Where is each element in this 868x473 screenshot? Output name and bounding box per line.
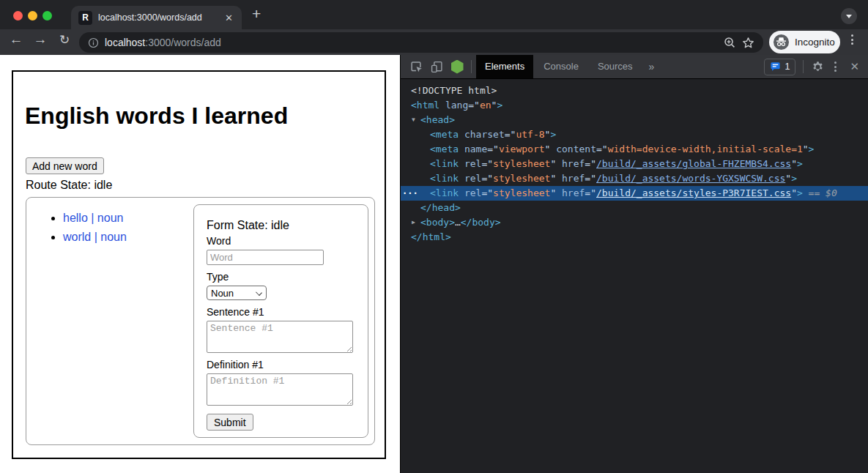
submit-button[interactable]: Submit <box>207 414 253 431</box>
tab-elements[interactable]: Elements <box>476 55 533 78</box>
code-token-eq: =" <box>596 144 608 154</box>
code-token-eq: " <box>785 173 791 184</box>
tab-console[interactable]: Console <box>535 55 587 78</box>
code-token-link: /build/_assets/global-FHZEMBS4.css <box>596 158 791 169</box>
reload-button[interactable]: ↻ <box>56 33 73 47</box>
code-token-attr: href <box>556 158 585 169</box>
incognito-icon <box>773 34 790 51</box>
page-title: English words I learned <box>25 103 385 129</box>
word-field-label: Word <box>207 235 356 247</box>
zoom-page-icon[interactable] <box>724 37 736 49</box>
code-token-value: en <box>480 100 492 111</box>
word-list: hello | noun world | noun <box>47 211 127 249</box>
code-token-value: stylesheet <box>493 173 550 184</box>
code-token-attr: rel <box>459 173 481 184</box>
new-tab-button[interactable]: + <box>252 5 261 23</box>
devtools-close-icon[interactable]: ✕ <box>844 60 864 73</box>
web-page: English words I learned Add new word Rou… <box>0 55 400 473</box>
code-token-eq: =" <box>585 187 596 198</box>
type-field-label: Type <box>207 271 356 283</box>
code-token-plain: … <box>455 217 461 228</box>
code-line[interactable]: <html lang="en"> <box>401 98 868 113</box>
code-token-attr: rel <box>459 187 481 198</box>
page-info-icon[interactable] <box>88 37 99 48</box>
code-token-tag: <body> <box>420 217 455 228</box>
issues-counter[interactable]: 1 <box>764 59 795 75</box>
browser-tab[interactable]: R localhost:3000/words/add ✕ <box>71 6 242 29</box>
definition-textarea[interactable] <box>207 373 353 406</box>
code-token-tag: > <box>809 144 815 154</box>
sentence-textarea[interactable] <box>207 321 353 353</box>
browser-menu-icon[interactable] <box>851 34 853 45</box>
code-token-attr: content <box>550 144 596 154</box>
code-token-tag: </head> <box>420 202 461 213</box>
definition-field-label: Definition #1 <box>207 359 356 371</box>
code-line[interactable]: <link rel="stylesheet" href="/build/_ass… <box>401 157 868 171</box>
code-line[interactable]: </head> <box>401 201 868 215</box>
code-line[interactable]: <link rel="stylesheet" href="/build/_ass… <box>401 171 868 186</box>
code-line[interactable]: ▶<body>…</body> <box>401 215 868 230</box>
issues-bubble-icon <box>770 62 781 72</box>
code-token-eq: " <box>791 158 797 169</box>
code-token-tag: </html> <box>411 231 451 242</box>
word-link[interactable]: hello | noun <box>63 212 123 224</box>
add-new-word-button[interactable]: Add new word <box>26 157 104 174</box>
code-token-value: viewport <box>499 144 545 154</box>
more-tabs-icon[interactable]: » <box>643 61 661 72</box>
code-line[interactable]: </html> <box>401 230 868 245</box>
window-zoom-button[interactable] <box>42 11 52 21</box>
code-token-tag: </body> <box>461 217 501 228</box>
extension-hexagon-icon[interactable] <box>448 57 467 76</box>
incognito-label: Incognito <box>795 37 835 48</box>
select-chevron-icon <box>256 289 262 296</box>
code-line[interactable]: ···<link rel="stylesheet" href="/build/_… <box>401 186 868 201</box>
code-token-attr: charset <box>459 129 505 140</box>
devtools-settings-icon[interactable] <box>808 57 827 76</box>
incognito-badge: Incognito <box>769 31 840 53</box>
code-token-eq: =" <box>585 158 596 169</box>
code-token-tag: > <box>797 158 803 169</box>
expanded-arrow-icon[interactable]: ▼ <box>412 113 415 127</box>
tab-close-icon[interactable]: ✕ <box>223 12 234 23</box>
forward-button[interactable]: → <box>31 32 49 46</box>
device-toolbar-icon[interactable] <box>427 57 446 76</box>
code-token-plain: <!DOCTYPE html> <box>411 85 497 96</box>
code-token-tag: > <box>797 187 803 198</box>
toolbar-divider <box>471 60 472 73</box>
devtools-menu-icon[interactable] <box>828 62 842 72</box>
code-token-tag: <meta <box>430 129 459 140</box>
code-token-attr: rel <box>459 158 481 169</box>
app-container: English words I learned Add new word Rou… <box>12 70 386 459</box>
code-line[interactable]: <!DOCTYPE html> <box>401 83 868 98</box>
code-line[interactable]: <meta name="viewport" content="width=dev… <box>401 142 868 157</box>
code-token-tag: <meta <box>430 144 459 154</box>
code-token-meta: == $0 <box>803 187 837 198</box>
tab-search-button[interactable] <box>841 8 857 24</box>
remix-favicon-icon: R <box>78 11 92 25</box>
word-input[interactable] <box>207 250 324 265</box>
address-bar[interactable]: localhost:3000/words/add <box>79 32 763 53</box>
list-item: hello | noun <box>63 211 127 225</box>
back-button[interactable]: ← <box>7 32 25 46</box>
word-link[interactable]: world | noun <box>63 231 127 243</box>
code-token-tag: > <box>791 173 797 184</box>
selected-node-dots-icon[interactable]: ··· <box>402 186 418 201</box>
bookmark-star-icon[interactable] <box>742 37 754 49</box>
code-token-link: /build/_assets/styles-P3R7IEST.css <box>596 187 791 198</box>
collapsed-arrow-icon[interactable]: ▶ <box>412 215 415 230</box>
tab-sources[interactable]: Sources <box>589 55 642 78</box>
url-text: localhost:3000/words/add <box>105 37 221 48</box>
window-close-button[interactable] <box>13 11 23 21</box>
elements-tree: <!DOCTYPE html><html lang="en">▼<head><m… <box>401 79 868 245</box>
list-item: world | noun <box>63 230 127 244</box>
type-select[interactable]: Noun <box>207 286 267 300</box>
code-token-attr: href <box>556 173 585 184</box>
code-line[interactable]: <meta charset="utf-8"> <box>401 127 868 142</box>
inspect-element-icon[interactable] <box>407 57 426 76</box>
code-token-tag: <head> <box>420 114 455 125</box>
window-minimize-button[interactable] <box>28 11 37 21</box>
code-token-value: stylesheet <box>493 158 550 169</box>
code-token-eq: =" <box>481 158 493 169</box>
code-token-value: utf-8 <box>516 129 544 140</box>
code-line[interactable]: ▼<head> <box>401 113 868 127</box>
